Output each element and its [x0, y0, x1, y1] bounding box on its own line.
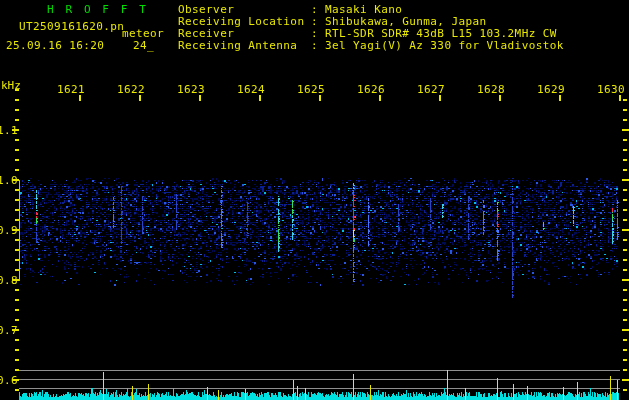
right-tick-mark [623, 249, 627, 251]
time-tick-label: 1624 [237, 84, 265, 95]
freq-tick-mark [15, 199, 19, 201]
right-tick-mark [622, 229, 629, 231]
right-tick-mark [622, 179, 629, 181]
right-tick-mark [623, 119, 627, 121]
station-info-colon: : [311, 16, 318, 27]
time-tick-mark [499, 95, 501, 101]
time-tick-mark [559, 95, 561, 101]
freq-tick-mark [15, 169, 19, 171]
station-info-label: Receiving Location [178, 16, 304, 27]
freq-tick-mark [15, 219, 19, 221]
right-tick-mark [622, 129, 629, 131]
freq-tick-mark [15, 249, 19, 251]
right-tick-mark [623, 99, 627, 101]
right-tick-mark [622, 329, 629, 331]
time-tick-label: 1628 [477, 84, 505, 95]
right-tick-mark [623, 259, 627, 261]
freq-tick-mark [15, 389, 19, 391]
freq-tick-mark [15, 109, 19, 111]
right-tick-mark [623, 149, 627, 151]
time-tick-label: 1625 [297, 84, 325, 95]
station-info-colon: : [311, 40, 318, 51]
freq-tick-label: 0.6 [0, 375, 13, 386]
time-tick-mark [259, 95, 261, 101]
time-tick-mark [439, 95, 441, 101]
right-tick-mark [623, 209, 627, 211]
freq-tick-mark [15, 189, 19, 191]
station-info-value: 3el Yagi(V) Az 330 for Vladivostok [325, 40, 564, 51]
right-tick-mark [623, 319, 627, 321]
right-tick-mark [623, 169, 627, 171]
time-tick-label: 1627 [417, 84, 445, 95]
freq-tick-mark [15, 159, 19, 161]
right-tick-mark [623, 199, 627, 201]
freq-tick-mark [15, 139, 19, 141]
time-tick-label: 1623 [177, 84, 205, 95]
right-tick-mark [623, 299, 627, 301]
station-info-colon: : [311, 4, 318, 15]
echo-counter: 24_ [133, 40, 154, 51]
freq-tick-mark [15, 119, 19, 121]
station-info-colon: : [311, 28, 318, 39]
spectrogram-canvas [0, 0, 629, 400]
time-tick-mark [139, 95, 141, 101]
freq-tick-mark [15, 209, 19, 211]
right-tick-mark [623, 189, 627, 191]
right-tick-mark [623, 109, 627, 111]
freq-tick-mark [15, 339, 19, 341]
right-tick-mark [623, 269, 627, 271]
freq-tick-mark [15, 299, 19, 301]
right-tick-mark [623, 339, 627, 341]
right-tick-mark [623, 159, 627, 161]
right-tick-mark [623, 309, 627, 311]
right-tick-mark [623, 239, 627, 241]
output-filename: UT2509161620.pn [19, 21, 124, 32]
time-tick-mark [199, 95, 201, 101]
hrofft-window: H R O F F T UT2509161620.pn meteor 25.09… [0, 0, 629, 400]
station-info-label: Receiving Antenna [178, 40, 297, 51]
freq-tick-mark [15, 309, 19, 311]
freq-tick-mark [15, 89, 19, 91]
time-tick-label: 1626 [357, 84, 385, 95]
station-info-value: Masaki Kano [325, 4, 402, 15]
freq-tick-label: 0.9 [0, 225, 13, 236]
right-tick-mark [623, 289, 627, 291]
freq-tick-label: 0.7 [0, 325, 13, 336]
freq-tick-label: 0.8 [0, 275, 13, 286]
datetime-label: 25.09.16 16:20 [6, 40, 104, 51]
right-tick-mark [622, 379, 629, 381]
freq-tick-mark [15, 239, 19, 241]
right-tick-mark [623, 139, 627, 141]
time-tick-label: 1621 [57, 84, 85, 95]
freq-tick-mark [15, 319, 19, 321]
freq-tick-mark [15, 289, 19, 291]
station-info-label: Observer [178, 4, 234, 15]
time-tick-label: 1630 [597, 84, 625, 95]
right-tick-mark [623, 359, 627, 361]
right-tick-mark [622, 279, 629, 281]
station-info-value: Shibukawa, Gunma, Japan [325, 16, 487, 27]
time-tick-label: 1629 [537, 84, 565, 95]
freq-tick-mark [15, 269, 19, 271]
mode-label: meteor [122, 28, 164, 39]
right-tick-mark [623, 389, 627, 391]
right-tick-mark [623, 349, 627, 351]
time-tick-label: 1622 [117, 84, 145, 95]
right-tick-mark [623, 369, 627, 371]
right-tick-mark [623, 219, 627, 221]
freq-tick-label: 1.0 [0, 175, 13, 186]
freq-tick-mark [15, 359, 19, 361]
station-info-label: Receiver [178, 28, 234, 39]
freq-tick-label: 1.1 [0, 125, 13, 136]
time-tick-mark [619, 95, 621, 101]
freq-tick-mark [15, 349, 19, 351]
station-info-value: RTL-SDR SDR# 43dB L15 103.2MHz CW [325, 28, 557, 39]
freq-tick-mark [15, 369, 19, 371]
time-tick-mark [379, 95, 381, 101]
time-tick-mark [319, 95, 321, 101]
freq-tick-mark [15, 259, 19, 261]
freq-tick-mark [15, 99, 19, 101]
freq-tick-mark [15, 149, 19, 151]
time-tick-mark [79, 95, 81, 101]
app-title: H R O F F T [47, 4, 148, 15]
